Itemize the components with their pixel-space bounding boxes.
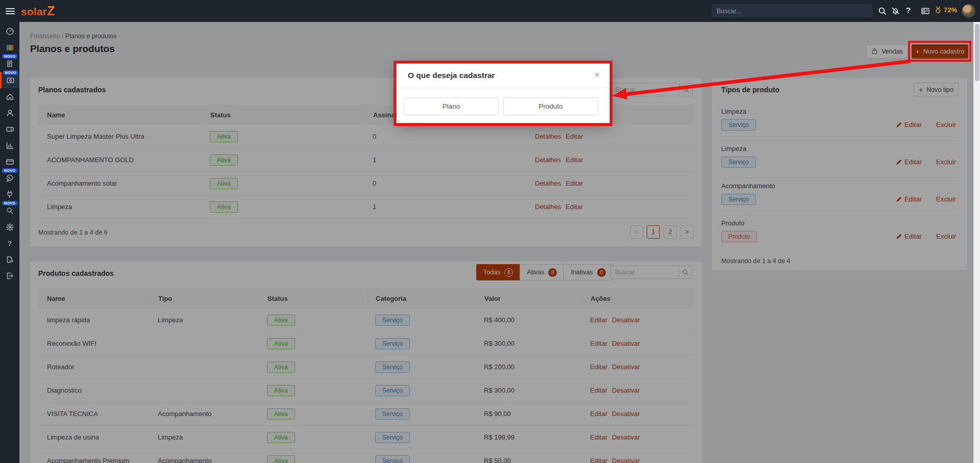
plano-button[interactable]: Plano <box>404 97 499 115</box>
sidebar-item-help[interactable]: ? <box>0 235 19 251</box>
gauge-icon <box>6 27 14 36</box>
score-value: 72% <box>944 6 957 14</box>
whatsapp-icon <box>6 174 14 182</box>
gamification-score[interactable]: 72% <box>934 6 957 14</box>
scrollbar-track <box>973 22 980 463</box>
sidebar-item-monitoring[interactable]: NOVO <box>0 202 19 219</box>
top-bar: solarZ ? 72% <box>0 0 980 22</box>
novo-badge: NOVO <box>2 201 17 205</box>
search-icon[interactable] <box>878 7 887 15</box>
sidebar-item-whatsapp[interactable]: NOVO <box>0 170 19 186</box>
produto-button[interactable]: Produto <box>503 97 598 115</box>
credit-card-icon <box>6 158 14 166</box>
novo-badge: NOVO <box>3 70 18 75</box>
sidebar-item-reports[interactable] <box>0 137 19 153</box>
help-icon[interactable]: ? <box>906 6 911 14</box>
search-monitor-icon <box>6 207 14 215</box>
scrollbar-thumb[interactable] <box>975 24 979 81</box>
home-icon <box>6 92 14 101</box>
chart-icon <box>6 141 14 150</box>
sidebar: NOVO NOVO NOVO NOVO ? <box>0 22 19 463</box>
person-icon <box>6 109 14 117</box>
sidebar-item-modules[interactable] <box>0 39 19 56</box>
sidebar-item-tickets[interactable] <box>0 121 19 137</box>
barcode-icon <box>6 43 14 52</box>
sidebar-item-billing[interactable]: NOVO <box>0 56 19 72</box>
sidebar-item-integrations[interactable] <box>0 186 19 202</box>
close-icon[interactable]: × <box>595 70 600 80</box>
ticket-icon <box>6 125 14 134</box>
notifications-off-icon[interactable] <box>891 7 900 15</box>
avatar[interactable] <box>962 4 975 18</box>
sidebar-item-payments[interactable] <box>0 153 19 170</box>
gear-icon <box>6 223 14 232</box>
sidebar-item-home[interactable] <box>0 88 19 105</box>
question-icon: ? <box>8 240 12 247</box>
novo-badge: NOVO <box>2 54 17 59</box>
app-logo[interactable]: solarZ <box>21 4 55 18</box>
sidebar-item-documents[interactable] <box>0 251 19 268</box>
sidebar-item-logout[interactable] <box>0 268 19 284</box>
wallet-icon <box>6 76 15 85</box>
novo-badge: NOVO <box>2 168 17 173</box>
sidebar-item-clients[interactable] <box>0 105 19 121</box>
global-search <box>712 4 873 18</box>
sidebar-item-dashboard[interactable] <box>0 23 19 39</box>
invoice-icon <box>6 60 14 68</box>
plug-icon <box>6 190 14 198</box>
sidebar-item-settings[interactable] <box>0 219 19 235</box>
news-icon[interactable] <box>921 7 930 15</box>
document-export-icon <box>6 255 14 264</box>
medal-icon <box>934 6 942 14</box>
modal-title: O que deseja cadastrar <box>408 71 495 80</box>
menu-icon[interactable] <box>6 7 15 15</box>
global-search-input[interactable] <box>712 4 873 18</box>
logout-icon <box>6 272 14 280</box>
cadastro-modal: O que deseja cadastrar × Plano Produto <box>397 64 609 123</box>
sidebar-item-financeiro[interactable]: NOVO <box>0 72 19 88</box>
modal-divider <box>397 88 609 88</box>
